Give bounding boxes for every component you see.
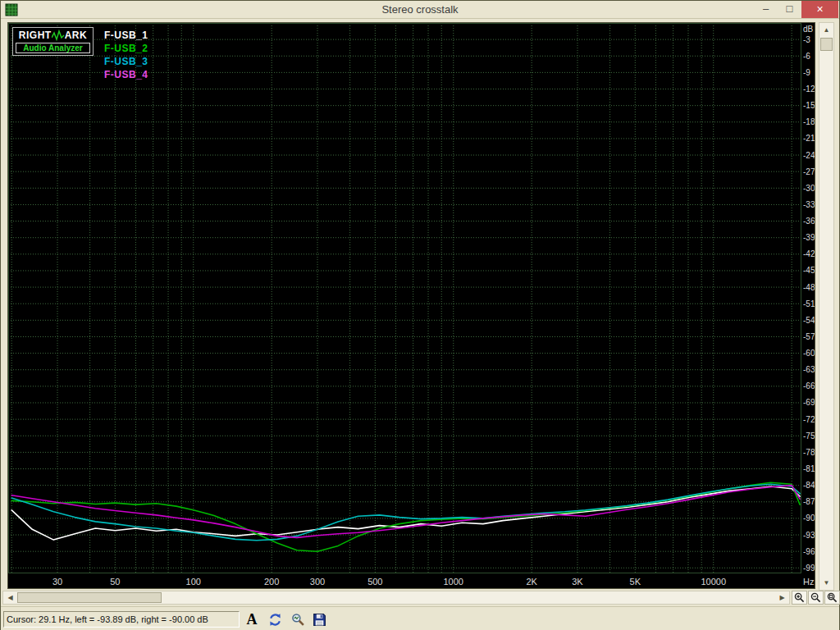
scroll-right-icon[interactable]: ▶ (775, 591, 789, 604)
client-area: -3-6-9-12-15-18-21-24-27-30-33-36-39-42-… (1, 19, 839, 629)
y-axis-label: -21 (803, 134, 815, 143)
logo-title: RIGHT ARK (16, 30, 90, 41)
y-axis-label: -93 (803, 531, 815, 540)
logo-text-right: ARK (65, 30, 88, 41)
vertical-scrollbar[interactable]: ▲ ▼ (819, 22, 834, 591)
close-button[interactable]: × (801, 1, 838, 18)
zoom-out-icon (810, 592, 821, 603)
y-axis-label: -87 (803, 497, 815, 506)
x-axis-label: 30 (52, 577, 62, 587)
x-axis-label: 10000 (701, 577, 726, 587)
rightmark-logo: RIGHT ARK Audio Analyzer (12, 27, 94, 56)
legend-item: F-USB_3 (104, 55, 148, 68)
legend-items: F-USB_1F-USB_2F-USB_3F-USB_4 (104, 29, 148, 81)
y-axis-label: -48 (803, 283, 815, 292)
legend-item: F-USB_4 (104, 68, 148, 81)
crosstalk-plot[interactable]: -3-6-9-12-15-18-21-24-27-30-33-36-39-42-… (7, 22, 815, 589)
y-axis-label: -33 (803, 200, 815, 209)
window-controls: – □ × (754, 1, 838, 18)
logo-text-left: RIGHT (19, 30, 52, 41)
x-axis-label: 1000 (443, 577, 463, 587)
y-axis-label: -90 (803, 514, 815, 523)
scroll-left-icon[interactable]: ◀ (3, 591, 17, 604)
y-axis-label: -99 (803, 564, 815, 573)
x-axis-label: 3K (572, 577, 583, 587)
y-axis-label: -12 (803, 84, 815, 94)
refresh-icon (268, 613, 282, 627)
y-axis-label: -15 (803, 101, 815, 110)
y-axis-label: -69 (803, 398, 815, 407)
y-axis-label: -54 (803, 316, 815, 325)
analyze-icon (291, 613, 305, 627)
legend-item: F-USB_2 (104, 42, 148, 55)
save-icon (313, 613, 326, 627)
y-axis-label: -39 (803, 233, 815, 242)
zoom-full-button[interactable] (824, 591, 840, 605)
y-axis-label: -9 (803, 68, 810, 77)
y-axis-label: -36 (803, 217, 815, 226)
save-button[interactable] (309, 609, 329, 629)
zoom-controls (792, 591, 840, 605)
x-axis-unit: Hz (803, 577, 814, 587)
font-button[interactable]: A (242, 609, 262, 629)
y-axis-label: -42 (803, 249, 815, 258)
zoom-full-icon (827, 592, 838, 603)
y-axis-label: -18 (803, 117, 815, 126)
y-axis-label: -57 (803, 332, 815, 341)
x-axis-label: 300 (310, 577, 325, 587)
y-axis-label: -30 (803, 184, 815, 193)
zoom-in-icon (794, 592, 805, 603)
y-axis-label: -45 (803, 266, 815, 275)
zoom-in-button[interactable] (792, 591, 807, 605)
horizontal-scroll-thumb[interactable] (17, 592, 162, 603)
analyze-button[interactable] (288, 609, 308, 629)
vertical-scroll-thumb[interactable] (820, 38, 833, 51)
horizontal-scrollbar[interactable]: ◀ ▶ (2, 591, 790, 605)
scroll-up-icon[interactable]: ▲ (819, 23, 833, 37)
y-axis-label: -72 (803, 415, 815, 424)
y-axis-label: -24 (803, 151, 815, 160)
y-axis-label: -63 (803, 365, 815, 374)
y-axis-label: -60 (803, 349, 815, 358)
x-axis-label: 5K (630, 577, 641, 587)
y-axis-label: -75 (803, 431, 815, 441)
minimize-button[interactable]: – (754, 1, 778, 18)
y-axis-label: -27 (803, 167, 815, 176)
scroll-down-icon[interactable]: ▼ (819, 576, 833, 590)
waveform-icon (52, 30, 65, 41)
x-axis-label: 2K (526, 577, 537, 587)
titlebar[interactable]: Stereo crosstalk – □ × (1, 1, 839, 19)
y-axis-label: -96 (803, 547, 815, 556)
cursor-readout: Cursor: 29.1 Hz, left = -93.89 dB, right… (3, 611, 240, 628)
y-axis-label: -84 (803, 481, 815, 490)
x-axis-label: 200 (264, 577, 279, 587)
y-axis-unit: dB (803, 25, 814, 34)
status-bar: Cursor: 29.1 Hz, left = -93.89 dB, right… (1, 606, 839, 630)
y-axis-label: -3 (803, 35, 810, 44)
x-axis-label: 500 (368, 577, 382, 587)
x-axis-label: 50 (110, 577, 120, 587)
y-axis-label: -81 (803, 464, 815, 473)
y-axis-label: -78 (803, 448, 815, 457)
y-axis-label: -6 (803, 52, 810, 61)
maximize-button[interactable]: □ (778, 1, 801, 18)
app-window: Stereo crosstalk – □ × -3-6-9-12-15-18-2… (0, 0, 840, 630)
y-axis-label: -51 (803, 299, 815, 308)
zoom-out-button[interactable] (808, 591, 824, 605)
logo-subtitle: Audio Analyzer (16, 43, 90, 53)
refresh-button[interactable] (265, 609, 285, 629)
legend-item: F-USB_1 (104, 29, 148, 42)
legend: RIGHT ARK Audio Analyzer F-USB_1F-USB_2F… (12, 27, 148, 81)
window-title: Stereo crosstalk (1, 3, 839, 16)
x-axis-label: 100 (186, 577, 201, 587)
y-axis-label: -66 (803, 381, 815, 390)
